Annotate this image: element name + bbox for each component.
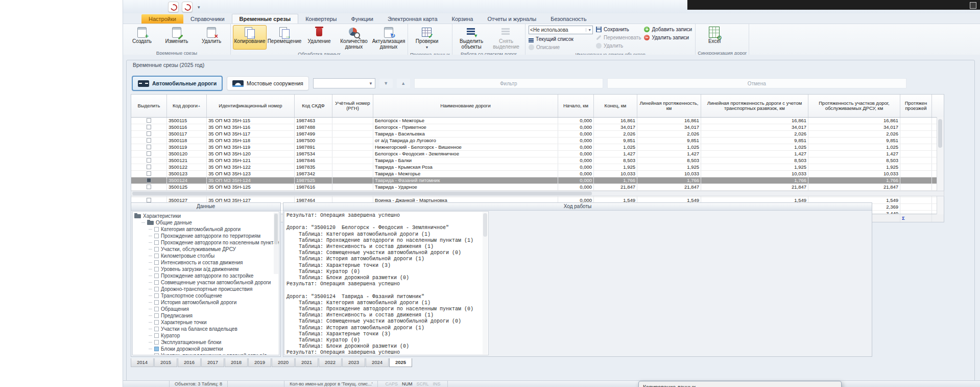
bridges-toggle-button[interactable]: Мостовые сооружения — [227, 76, 309, 90]
column-header[interactable]: Выделить — [131, 95, 167, 117]
tree-checkbox[interactable] — [154, 307, 159, 311]
year-tab-2014[interactable]: 2014 — [131, 358, 154, 367]
table-row[interactable]: 350011635 ОП МЗ 35Н-1161987488Белогорск … — [131, 124, 944, 131]
year-tab-2017[interactable]: 2017 — [201, 358, 224, 367]
tree-checkbox[interactable] — [154, 267, 159, 271]
tree-checkbox[interactable] — [154, 247, 159, 252]
row-checkbox[interactable] — [147, 171, 151, 176]
roads-toggle-button[interactable]: Автомобильные дороги — [132, 76, 223, 91]
column-header[interactable]: Идентификационный номер — [207, 95, 295, 117]
save-list-button[interactable]: Сохранить — [596, 26, 641, 33]
year-tab-2025[interactable]: 2025 — [389, 358, 412, 367]
tree-checkbox[interactable] — [154, 347, 159, 351]
перемещение-button[interactable]: →Перемещение — [268, 25, 301, 50]
move-up-button[interactable]: ▲ — [397, 79, 410, 88]
row-checkbox[interactable] — [147, 185, 151, 189]
количество-данных-button[interactable]: Количество данных — [337, 25, 371, 51]
app-logo2-icon[interactable] — [182, 2, 193, 12]
tree-item[interactable]: Категория автомобильной дороги — [134, 226, 279, 233]
year-tab-2016[interactable]: 2016 — [178, 358, 201, 367]
column-header[interactable]: Учётный номер (РГН) — [332, 95, 373, 117]
column-header[interactable]: Код СКДФ — [295, 95, 332, 117]
ribbon-tab-временные-срезы[interactable]: Временные срезы — [232, 14, 299, 24]
year-tab-2021[interactable]: 2021 — [295, 358, 318, 367]
log-scrollbar[interactable] — [483, 212, 488, 354]
ribbon-tab-безопасность[interactable]: Безопасность — [543, 14, 593, 24]
tree-item[interactable]: Эксплуатационные блоки — [134, 339, 279, 346]
table-row[interactable]: 350012235 ОП МЗ 35Н-1221987835Таврида - … — [131, 164, 944, 171]
cancel-filter-field[interactable]: Отмена — [607, 78, 906, 88]
tree-item[interactable]: Прохождение автодороги по территориям — [134, 233, 279, 239]
tree-checkbox[interactable] — [154, 327, 159, 331]
tree-checkbox[interactable] — [154, 313, 159, 318]
row-checkbox[interactable] — [147, 138, 151, 143]
column-header[interactable]: Протяжен проезжей — [900, 95, 932, 117]
column-header[interactable]: Линейная протяженность, км — [637, 95, 701, 117]
tree-item[interactable]: Уровень загрузки а/д движением — [134, 266, 279, 272]
tree-item[interactable]: Дорожно-транспортные происшествия — [134, 286, 279, 292]
ribbon-tab-справочники[interactable]: Справочники — [183, 14, 232, 24]
выделить-объекты-button[interactable]: ▼Выделить объекты — [455, 25, 488, 51]
tree-checkbox[interactable] — [154, 287, 159, 291]
row-checkbox[interactable] — [147, 125, 151, 129]
ribbon-tab-настройки[interactable]: Настройки — [141, 14, 183, 24]
tree-item[interactable]: Характерные точки — [134, 319, 279, 326]
tree-item[interactable]: Блоки дорожной разметки — [134, 346, 279, 352]
tree-checkbox[interactable] — [154, 333, 159, 338]
tree-checkbox[interactable] — [154, 293, 159, 298]
tree-item[interactable]: Прохождение автодороги по населенным пун… — [134, 239, 279, 246]
named-list-combobox[interactable]: <Не использова▼ — [529, 26, 593, 34]
table-row[interactable]: 350011835 ОП МЗ 35Н-1181987500от а/д Тав… — [131, 138, 944, 144]
tree-checkbox[interactable] — [154, 353, 159, 355]
tree-item[interactable]: Характеристики — [134, 213, 279, 219]
tree-item[interactable]: Общие данные — [134, 219, 279, 226]
создать-button[interactable]: +Создать — [125, 25, 159, 50]
quick-access-customize-icon[interactable]: ▾ — [198, 5, 200, 10]
column-header[interactable]: Начало, км — [558, 95, 594, 117]
year-tab-2019[interactable]: 2019 — [248, 358, 271, 367]
year-tab-2015[interactable]: 2015 — [154, 358, 177, 367]
column-header[interactable]: Конец, км — [594, 95, 637, 117]
column-header[interactable]: Линейная протяженность дороги с учетом т… — [701, 95, 808, 117]
tray-icon[interactable] — [970, 2, 976, 9]
удалить-button[interactable]: ×Удалить — [195, 25, 228, 50]
table-row[interactable]: 350012035 ОП МЗ 35Н-1201987534Белогорск … — [131, 151, 944, 157]
table-row[interactable]: 350012435 ОП МЗ 35Н-1241987525Таврида - … — [131, 177, 944, 184]
add-records-button[interactable]: + Добавить записи — [644, 26, 692, 33]
проверки-button[interactable]: ✓Проверки▼ — [410, 25, 444, 51]
tree-item[interactable]: Обращения — [134, 306, 279, 312]
row-checkbox[interactable] — [147, 145, 151, 149]
tree-checkbox[interactable] — [154, 240, 159, 245]
column-header[interactable]: Наименование дороги — [373, 95, 558, 117]
row-checkbox[interactable] — [147, 151, 151, 156]
column-header[interactable]: Код дороги ▲ — [167, 95, 207, 117]
tree-item[interactable]: Совмещенные участки автомобильной дороги — [134, 279, 279, 286]
tree-checkbox[interactable] — [154, 320, 159, 325]
column-header[interactable]: Протяженность участков дорог, обслуживае… — [808, 95, 900, 117]
tree-item[interactable]: Участки, принадлежащие к опорной сети а/… — [134, 352, 279, 355]
tree-checkbox[interactable] — [154, 260, 159, 265]
row-checkbox[interactable] — [147, 158, 151, 163]
tree-checkbox[interactable] — [154, 274, 159, 278]
ribbon-tab-электронная-карта[interactable]: Электронная карта — [380, 14, 445, 24]
row-checkbox[interactable] — [147, 178, 151, 183]
tree-item[interactable]: История автомобильной дороги — [134, 299, 279, 306]
удаление-button[interactable]: Удаление — [302, 25, 336, 50]
row-checkbox[interactable] — [147, 118, 151, 123]
tree-item[interactable]: Участки, обслуживаемые ДРСУ — [134, 246, 279, 253]
rename-list-button[interactable]: Переименовать — [596, 34, 641, 41]
tree-checkbox[interactable] — [154, 280, 159, 285]
ribbon-tab-конвертеры[interactable]: Конвертеры — [298, 14, 344, 24]
table-row[interactable]: 350011735 ОП МЗ 35Н-1171987499Таврида - … — [131, 131, 944, 138]
move-down-button[interactable]: ▼ — [379, 79, 393, 88]
tree-checkbox[interactable] — [154, 254, 159, 258]
year-tab-2022[interactable]: 2022 — [319, 358, 342, 367]
tree-scrollbar[interactable] — [274, 213, 278, 274]
road-list-combobox[interactable]: ▼ — [313, 78, 375, 88]
app-logo-icon[interactable] — [168, 2, 179, 12]
row-checkbox[interactable] — [147, 131, 151, 136]
year-tab-2024[interactable]: 2024 — [366, 358, 389, 367]
tree-item[interactable]: Прохождение автодороги по застройке — [134, 272, 279, 279]
актуализация-данных-button[interactable]: ↻Актуализация данных — [372, 25, 405, 51]
tree-checkbox[interactable] — [154, 234, 159, 238]
